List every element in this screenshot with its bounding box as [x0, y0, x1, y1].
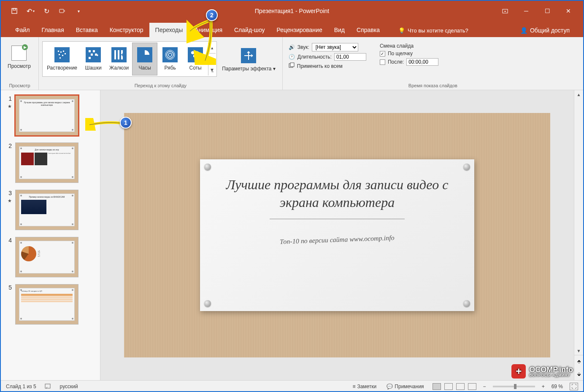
transition-ripple[interactable]: Рябь [157, 43, 183, 75]
tell-me-label: Что вы хотите сделать? [408, 27, 468, 34]
transition-blinds[interactable]: Жалюзи [106, 43, 132, 75]
scroll-track[interactable] [574, 99, 583, 346]
language-indicator[interactable]: русский [60, 384, 78, 389]
minimize-icon[interactable]: ─ [520, 5, 533, 17]
svg-rect-7 [63, 51, 64, 52]
effect-options-icon [241, 48, 256, 63]
annotation-badge-2: 2 [206, 9, 218, 21]
after-input[interactable] [406, 58, 438, 66]
slide-thumbnail-2[interactable]: Для записи видео из игр Lorem ipsum dolo… [15, 142, 78, 183]
zoom-in-button[interactable]: + [542, 384, 545, 389]
redo-icon[interactable]: ↻ [41, 6, 51, 16]
comments-label: Примечания [395, 384, 424, 389]
transition-checkers[interactable]: Шашки [81, 43, 106, 75]
gallery-more[interactable]: ▼̲ [208, 65, 216, 75]
advance-header: Смена слайда [380, 43, 438, 49]
nail-decoration [463, 300, 470, 307]
vertical-scrollbar: ▲ ▼ ⬘ ⬙ [574, 90, 583, 380]
tab-help[interactable]: Справка [351, 23, 386, 37]
effect-options-label: Параметры эффекта ▾ [222, 66, 276, 72]
window-controls: ─ ☐ ✕ [499, 5, 583, 17]
slide-thumbnail-1[interactable]: Лучшие программы для записи видео с экра… [15, 95, 78, 136]
slideshow-view-button[interactable] [468, 383, 476, 390]
spell-check-button[interactable] [43, 383, 53, 390]
svg-rect-11 [59, 57, 61, 59]
svg-rect-10 [65, 53, 66, 54]
undo-icon[interactable]: ↶ ▾ [25, 6, 35, 16]
preview-button[interactable]: ▶ Просмотр [4, 39, 34, 76]
thumb-number: 2 [4, 142, 12, 183]
apply-all-icon [289, 62, 295, 70]
svg-rect-19 [114, 50, 116, 59]
group-label-preview: Просмотр [4, 82, 35, 89]
zoom-slider[interactable] [493, 386, 535, 387]
transition-star-icon: ★ [8, 104, 12, 109]
scroll-up[interactable]: ▲ [574, 90, 583, 99]
slide-thumbnail-4[interactable]: ■ A■ B■ C■ D [15, 237, 78, 277]
tab-review[interactable]: Рецензирование [271, 23, 328, 37]
next-slide-button[interactable]: ⬙ [574, 368, 583, 381]
slide-thumbnail-5[interactable]: Таблица 10 товаров по ЦП [15, 284, 78, 325]
comments-button[interactable]: 💬 Примечания [385, 383, 425, 390]
svg-rect-1 [13, 8, 16, 10]
after-checkbox[interactable] [380, 59, 385, 65]
zoom-out-button[interactable]: − [483, 384, 486, 389]
reading-view-button[interactable] [456, 383, 465, 390]
normal-view-button[interactable] [433, 383, 441, 390]
slide-divider [270, 219, 405, 219]
svg-rect-2 [59, 9, 64, 13]
nail-decoration [463, 164, 470, 170]
close-icon[interactable]: ✕ [562, 5, 575, 17]
transition-label: Шашки [85, 65, 101, 71]
zoom-level[interactable]: 69 % [552, 384, 563, 389]
ribbon-options-icon[interactable] [499, 5, 511, 17]
svg-rect-34 [45, 384, 50, 388]
svg-rect-9 [62, 55, 63, 56]
slide-subtitle-text[interactable]: Топ-10 по версии сайта www.ocomp.info [280, 234, 395, 245]
fit-to-window-button[interactable]: ⛶ [570, 383, 578, 390]
share-button[interactable]: 👤 Общий доступ [515, 24, 575, 37]
maximize-icon[interactable]: ☐ [541, 5, 554, 17]
prev-slide-button[interactable]: ⬘ [574, 355, 583, 368]
slide-title-text[interactable]: Лучшие программы для записи видео с экра… [221, 176, 453, 211]
sound-select[interactable]: [Нет звука] [312, 43, 358, 51]
thumb-number: 4 [4, 237, 12, 277]
svg-rect-13 [89, 50, 91, 52]
slide-thumbnail-3[interactable]: Пример записи видео из BANDICAM [15, 190, 78, 230]
transition-clock[interactable]: Часы [132, 43, 157, 75]
notes-icon: ≡ [352, 384, 355, 389]
tab-transitions[interactable]: Переходы [149, 23, 189, 37]
customize-qat-icon[interactable]: ▾ [73, 6, 84, 16]
svg-rect-17 [89, 57, 91, 59]
slide-canvas: Лучшие программы для записи видео с экра… [124, 113, 550, 357]
tab-home[interactable]: Главная [35, 23, 70, 37]
tab-slideshow[interactable]: Слайд-шоу [228, 23, 271, 37]
transition-label: Часы [139, 65, 151, 71]
person-icon: 👤 [520, 27, 527, 34]
notes-button[interactable]: ≡ Заметки [351, 383, 378, 390]
slide-editor[interactable]: Лучшие программы для записи видео с экра… [100, 90, 574, 380]
save-icon[interactable] [9, 6, 19, 16]
tab-design[interactable]: Конструктор [104, 23, 149, 37]
duration-label: Длительность: [297, 54, 332, 60]
on-click-checkbox[interactable]: ✓ [380, 51, 385, 56]
view-buttons [433, 383, 476, 390]
ripple-icon [162, 47, 178, 62]
start-from-beginning-icon[interactable] [57, 6, 68, 16]
watermark-subtitle: ВОПРОСЫ АДМИНУ [529, 373, 573, 377]
ribbon: ▶ Просмотр Просмотр Растворение [1, 37, 583, 90]
tab-insert[interactable]: Вставка [70, 23, 104, 37]
tab-file[interactable]: Файл [9, 23, 35, 37]
notes-label: Заметки [357, 384, 376, 389]
transition-dissolve[interactable]: Растворение [43, 43, 81, 75]
slide-content-card: Лучшие программы для записи видео с экра… [200, 159, 474, 311]
tell-me-search[interactable]: 💡 Что вы хотите сделать? [394, 24, 473, 37]
scroll-down[interactable]: ▼ [574, 346, 583, 355]
duration-input[interactable] [334, 53, 366, 61]
main-area: 1 ★ Лучшие программы для записи видео с … [1, 90, 583, 380]
tab-view[interactable]: Вид [328, 23, 351, 37]
apply-all-button[interactable]: Применить ко всем [289, 62, 366, 70]
effect-options-button[interactable]: Параметры эффекта ▾ [219, 41, 279, 78]
lightbulb-icon: 💡 [398, 27, 405, 34]
sorter-view-button[interactable] [444, 383, 453, 390]
